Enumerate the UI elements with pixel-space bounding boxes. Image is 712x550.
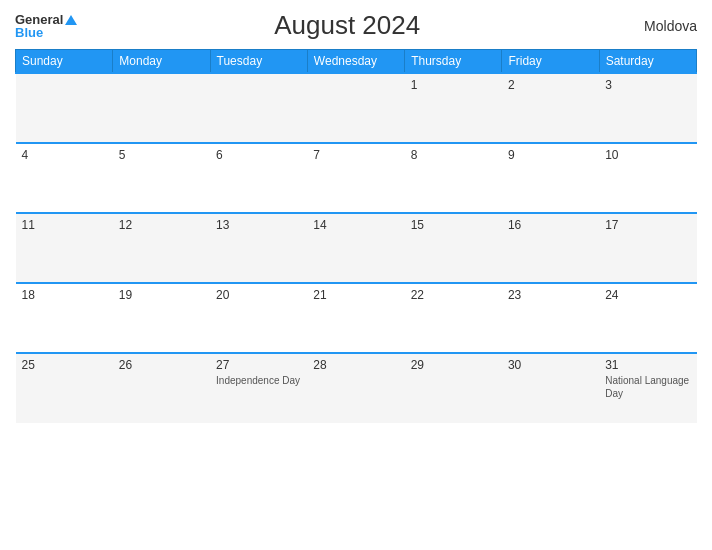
calendar-cell: 24 (599, 283, 696, 353)
day-number: 7 (313, 148, 398, 162)
col-friday: Friday (502, 50, 599, 74)
day-number: 31 (605, 358, 690, 372)
day-number: 26 (119, 358, 204, 372)
day-number: 19 (119, 288, 204, 302)
calendar-cell: 10 (599, 143, 696, 213)
calendar-cell: 22 (405, 283, 502, 353)
calendar-cell: 2 (502, 73, 599, 143)
logo: General Blue (15, 13, 77, 39)
calendar-week-row: 11121314151617 (16, 213, 697, 283)
calendar-cell: 16 (502, 213, 599, 283)
calendar-cell: 30 (502, 353, 599, 423)
calendar-cell (210, 73, 307, 143)
calendar-cell: 26 (113, 353, 210, 423)
calendar-cell: 18 (16, 283, 113, 353)
day-number: 14 (313, 218, 398, 232)
calendar-cell: 13 (210, 213, 307, 283)
calendar-cell: 15 (405, 213, 502, 283)
calendar-cell: 19 (113, 283, 210, 353)
calendar-cell: 31National Language Day (599, 353, 696, 423)
col-thursday: Thursday (405, 50, 502, 74)
day-number: 9 (508, 148, 593, 162)
day-number: 30 (508, 358, 593, 372)
calendar-body: 1234567891011121314151617181920212223242… (16, 73, 697, 423)
calendar-cell: 11 (16, 213, 113, 283)
day-number: 23 (508, 288, 593, 302)
day-number: 5 (119, 148, 204, 162)
day-number: 12 (119, 218, 204, 232)
calendar-cell: 25 (16, 353, 113, 423)
day-number: 6 (216, 148, 301, 162)
calendar-header-row: Sunday Monday Tuesday Wednesday Thursday… (16, 50, 697, 74)
col-tuesday: Tuesday (210, 50, 307, 74)
day-number: 11 (22, 218, 107, 232)
col-wednesday: Wednesday (307, 50, 404, 74)
day-number: 22 (411, 288, 496, 302)
calendar-cell: 27Independence Day (210, 353, 307, 423)
event-label: National Language Day (605, 374, 690, 400)
calendar-cell: 4 (16, 143, 113, 213)
day-number: 18 (22, 288, 107, 302)
calendar-week-row: 123 (16, 73, 697, 143)
calendar-page: General Blue August 2024 Moldova Sunday … (0, 0, 712, 550)
day-number: 10 (605, 148, 690, 162)
logo-triangle-icon (65, 15, 77, 25)
logo-blue-text: Blue (15, 26, 43, 39)
calendar-week-row: 45678910 (16, 143, 697, 213)
day-number: 13 (216, 218, 301, 232)
calendar-cell: 9 (502, 143, 599, 213)
calendar-cell: 12 (113, 213, 210, 283)
day-number: 2 (508, 78, 593, 92)
calendar-cell: 6 (210, 143, 307, 213)
day-number: 21 (313, 288, 398, 302)
calendar-cell: 29 (405, 353, 502, 423)
calendar-table: Sunday Monday Tuesday Wednesday Thursday… (15, 49, 697, 423)
logo-general-text: General (15, 13, 77, 26)
calendar-cell: 21 (307, 283, 404, 353)
day-number: 3 (605, 78, 690, 92)
day-number: 28 (313, 358, 398, 372)
calendar-cell (307, 73, 404, 143)
day-number: 4 (22, 148, 107, 162)
calendar-cell: 5 (113, 143, 210, 213)
day-number: 15 (411, 218, 496, 232)
calendar-cell: 20 (210, 283, 307, 353)
calendar-cell: 17 (599, 213, 696, 283)
day-number: 17 (605, 218, 690, 232)
col-saturday: Saturday (599, 50, 696, 74)
day-number: 29 (411, 358, 496, 372)
calendar-cell: 3 (599, 73, 696, 143)
calendar-cell (113, 73, 210, 143)
calendar-cell: 1 (405, 73, 502, 143)
calendar-cell (16, 73, 113, 143)
day-number: 24 (605, 288, 690, 302)
day-number: 25 (22, 358, 107, 372)
event-label: Independence Day (216, 374, 301, 387)
calendar-cell: 23 (502, 283, 599, 353)
calendar-week-row: 18192021222324 (16, 283, 697, 353)
calendar-title: August 2024 (77, 10, 617, 41)
calendar-cell: 14 (307, 213, 404, 283)
day-number: 20 (216, 288, 301, 302)
calendar-week-row: 252627Independence Day28293031National L… (16, 353, 697, 423)
calendar-cell: 28 (307, 353, 404, 423)
day-number: 16 (508, 218, 593, 232)
day-number: 27 (216, 358, 301, 372)
country-label: Moldova (617, 18, 697, 34)
calendar-cell: 7 (307, 143, 404, 213)
col-sunday: Sunday (16, 50, 113, 74)
day-number: 8 (411, 148, 496, 162)
calendar-header: General Blue August 2024 Moldova (15, 10, 697, 41)
day-number: 1 (411, 78, 496, 92)
calendar-cell: 8 (405, 143, 502, 213)
col-monday: Monday (113, 50, 210, 74)
